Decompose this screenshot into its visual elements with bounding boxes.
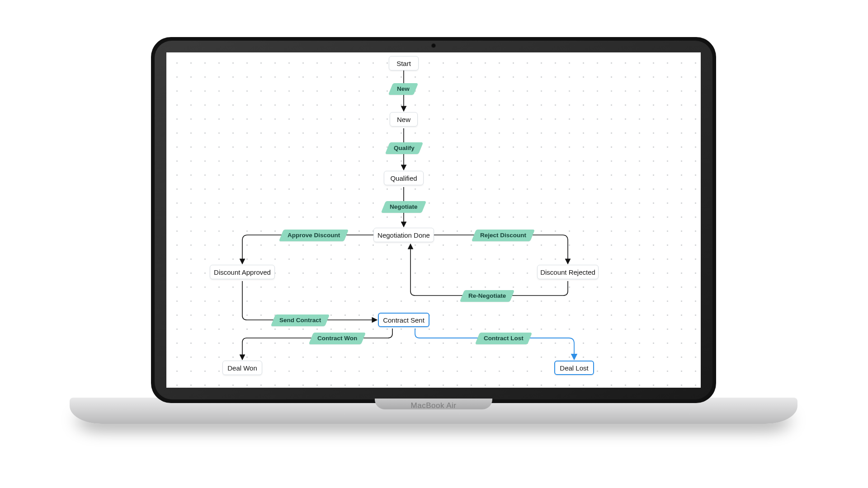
node-new[interactable]: New — [390, 112, 418, 127]
node-start[interactable]: Start — [389, 56, 419, 70]
transition-negotiate[interactable]: Negotiate — [381, 201, 426, 213]
node-label: New — [397, 116, 410, 123]
node-label: Start — [396, 60, 411, 67]
transition-renegotiate[interactable]: Re-Negotiate — [460, 290, 515, 302]
laptop-mockup: Start New Qualified Negotiation Done Dis… — [151, 37, 716, 435]
node-deal-won[interactable]: Deal Won — [222, 361, 262, 375]
transition-new[interactable]: New — [388, 83, 418, 95]
node-label: Contract Sent — [383, 316, 425, 324]
node-deal-lost[interactable]: Deal Lost — [554, 361, 594, 375]
node-discount-approved[interactable]: Discount Approved — [210, 265, 275, 279]
flowchart-canvas[interactable]: Start New Qualified Negotiation Done Dis… — [166, 52, 701, 388]
screen: Start New Qualified Negotiation Done Dis… — [166, 52, 701, 388]
camera-icon — [431, 43, 436, 48]
laptop-lid: Start New Qualified Negotiation Done Dis… — [151, 37, 716, 403]
transition-qualify[interactable]: Qualify — [385, 142, 423, 154]
node-label: Negotiation Done — [377, 231, 430, 239]
transition-send-contract[interactable]: Send Contract — [271, 314, 330, 326]
node-negotiation-done[interactable]: Negotiation Done — [373, 228, 434, 242]
transition-contract-won[interactable]: Contract Won — [309, 333, 366, 344]
node-discount-rejected[interactable]: Discount Rejected — [537, 265, 599, 279]
node-contract-sent[interactable]: Contract Sent — [378, 313, 429, 327]
laptop-brand: MacBook Air — [151, 401, 716, 410]
node-label: Discount Approved — [214, 268, 271, 276]
node-qualified[interactable]: Qualified — [384, 171, 424, 185]
transition-contract-lost[interactable]: Contract Lost — [475, 333, 532, 344]
node-label: Deal Lost — [560, 364, 588, 372]
connectors — [166, 52, 701, 388]
node-label: Discount Rejected — [540, 268, 595, 276]
node-label: Deal Won — [227, 364, 257, 372]
node-label: Qualified — [390, 174, 417, 182]
transition-reject-discount[interactable]: Reject Discount — [472, 230, 535, 241]
transition-approve-discount[interactable]: Approve Discount — [279, 230, 349, 241]
